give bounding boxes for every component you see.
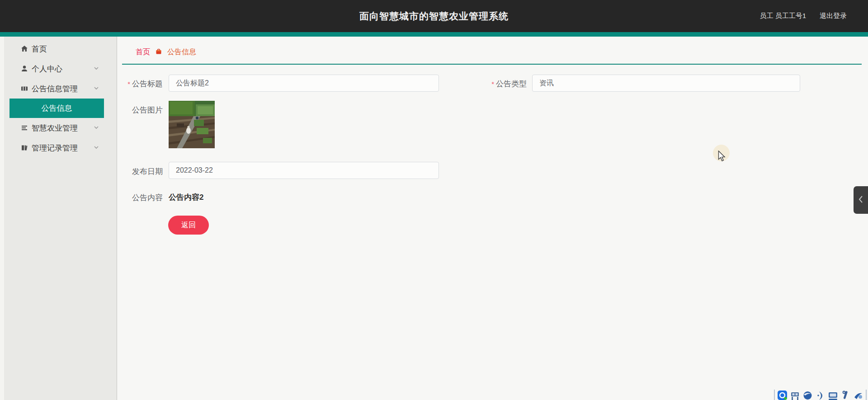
tray-separator bbox=[866, 390, 867, 400]
tray-globe-icon[interactable] bbox=[802, 390, 813, 400]
sidebar: 首页 个人中心 公告信息管理 bbox=[0, 37, 117, 400]
announcement-image[interactable] bbox=[169, 101, 215, 148]
sidebar-item-label: 公告信息管理 bbox=[32, 84, 78, 94]
publish-date-label: 发布日期 bbox=[104, 166, 163, 177]
chevron-left-icon bbox=[858, 195, 863, 205]
current-user[interactable]: 员工 员工工号1 bbox=[760, 12, 806, 20]
records-icon bbox=[20, 143, 29, 152]
announcement-title-label: *公告标题 bbox=[104, 79, 163, 89]
home-icon bbox=[20, 44, 29, 53]
announcement-icon bbox=[20, 84, 29, 93]
breadcrumb-divider bbox=[122, 64, 862, 65]
chevron-down-icon bbox=[93, 144, 100, 151]
back-button[interactable]: 返回 bbox=[168, 216, 209, 235]
sidebar-subitem-announcement-info-active[interactable]: 公告信息 bbox=[9, 99, 104, 118]
app-window: 面向智慧城市的智慧农业管理系统 员工 员工工号1 退出登录 首页 个人中心 bbox=[0, 0, 868, 400]
tray-pointer-icon[interactable] bbox=[853, 390, 863, 400]
sidebar-item-label: 个人中心 bbox=[32, 64, 62, 74]
announcement-type-label: *公告类型 bbox=[468, 79, 527, 89]
sidebar-item-records-mgmt[interactable]: 管理记录管理 bbox=[0, 138, 117, 158]
announcement-title-input[interactable] bbox=[169, 75, 439, 92]
sidebar-item-personal-center[interactable]: 个人中心 bbox=[0, 59, 117, 79]
sidebar-item-smart-agriculture-mgmt[interactable]: 智慧农业管理 bbox=[0, 118, 117, 138]
system-tray bbox=[774, 390, 867, 400]
sidebar-item-label: 智慧农业管理 bbox=[32, 123, 78, 133]
sidebar-item-announcement-mgmt[interactable]: 公告信息管理 bbox=[0, 79, 117, 99]
sidebar-menu: 首页 个人中心 公告信息管理 bbox=[0, 39, 117, 158]
breadcrumb: 首页 公告信息 bbox=[136, 47, 196, 57]
required-asterisk: * bbox=[491, 80, 494, 88]
sidebar-item-home[interactable]: 首页 bbox=[0, 39, 117, 59]
tray-separator bbox=[774, 390, 775, 400]
announcement-type-input[interactable] bbox=[532, 75, 800, 92]
sidebar-subitem-label: 公告信息 bbox=[42, 103, 72, 113]
breadcrumb-current[interactable]: 公告信息 bbox=[167, 47, 196, 57]
tray-devices-icon[interactable] bbox=[790, 390, 800, 400]
breadcrumb-separator-icon bbox=[156, 48, 162, 56]
top-header: 面向智慧城市的智慧农业管理系统 员工 员工工号1 退出登录 bbox=[0, 0, 868, 32]
chevron-down-icon bbox=[93, 85, 100, 92]
publish-date-input[interactable] bbox=[169, 162, 439, 179]
chevron-down-icon bbox=[93, 65, 100, 72]
sidebar-item-label: 首页 bbox=[32, 44, 47, 54]
header-user-area: 员工 员工工号1 退出登录 bbox=[760, 0, 847, 32]
tray-disk-icon[interactable] bbox=[828, 390, 838, 400]
breadcrumb-home-link[interactable]: 首页 bbox=[136, 47, 150, 57]
logout-link[interactable]: 退出登录 bbox=[820, 12, 847, 20]
accent-strip bbox=[0, 32, 868, 37]
app-title: 面向智慧城市的智慧农业管理系统 bbox=[0, 0, 868, 32]
user-icon bbox=[20, 64, 29, 73]
tray-crescent-icon[interactable] bbox=[815, 390, 826, 400]
list-icon bbox=[20, 123, 29, 132]
announcement-content-value: 公告内容2 bbox=[169, 192, 203, 202]
tray-app-icon[interactable] bbox=[777, 390, 788, 400]
main-content: 首页 公告信息 *公告标题 *公告类型 公告图片 bbox=[118, 37, 868, 400]
tray-tools-icon[interactable] bbox=[840, 390, 851, 400]
collapse-panel-tab[interactable] bbox=[854, 186, 868, 214]
mouse-cursor bbox=[718, 151, 726, 164]
chevron-down-icon bbox=[93, 124, 100, 132]
announcement-image-label: 公告图片 bbox=[104, 105, 163, 115]
required-asterisk: * bbox=[127, 80, 130, 88]
announcement-content-label: 公告内容 bbox=[104, 193, 163, 203]
sidebar-item-label: 管理记录管理 bbox=[32, 143, 78, 153]
